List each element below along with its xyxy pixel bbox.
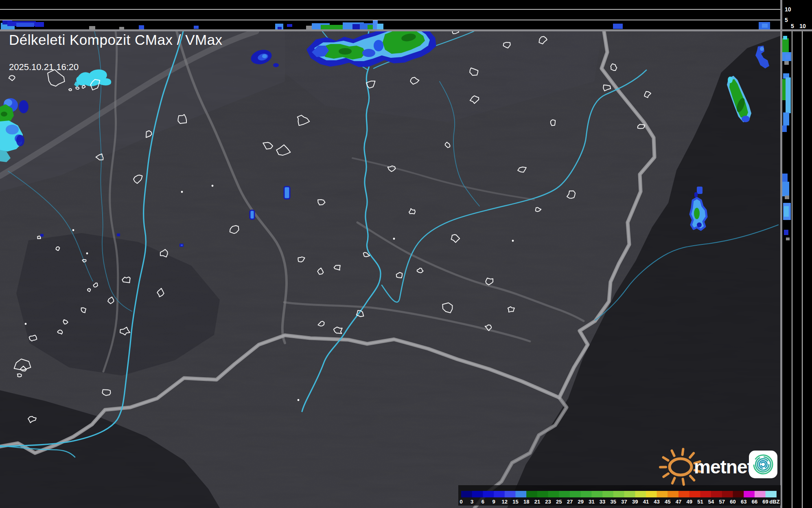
settlement-dot xyxy=(393,238,395,240)
legend-tick: 0 xyxy=(460,499,462,505)
legend-tick: 54 xyxy=(708,499,714,505)
legend-swatch xyxy=(526,491,537,497)
right-profile-echo xyxy=(782,79,786,100)
legend-tick: 63 xyxy=(741,499,746,505)
radar-echo xyxy=(742,116,750,122)
right-profile-echo xyxy=(782,182,789,196)
logo-text: metnet xyxy=(694,456,753,477)
legend-swatch xyxy=(537,491,548,497)
legend-tick: 23 xyxy=(545,499,551,505)
dbz-legend: 0369121518212325272931333537394143454749… xyxy=(458,485,781,506)
top-profile-echo xyxy=(762,24,768,28)
right-profile-echo xyxy=(782,174,788,183)
legend-tick: 21 xyxy=(534,499,540,505)
right-profile-axis-label: 5 xyxy=(791,23,794,29)
radar-echo xyxy=(181,244,183,246)
legend-tick: 15 xyxy=(512,499,518,505)
legend-tick: 47 xyxy=(676,499,681,505)
top-profile-echo xyxy=(16,23,34,27)
legend-swatch xyxy=(668,491,678,497)
legend-swatch xyxy=(689,491,700,497)
radar-echo xyxy=(339,48,352,55)
vertical-divider xyxy=(780,0,782,508)
right-profile-echo xyxy=(783,112,789,125)
legend-swatch xyxy=(613,491,624,497)
legend-tick: 12 xyxy=(502,499,508,505)
right-profile-echo xyxy=(783,36,787,40)
legend-swatch xyxy=(766,491,777,497)
radar-echo xyxy=(117,233,120,236)
top-profile-echo xyxy=(278,27,282,30)
right-profile-echo xyxy=(785,196,789,199)
legend-tick: 31 xyxy=(589,499,594,505)
legend-unit-label: dBZ xyxy=(769,499,779,505)
top-profile-strip xyxy=(0,0,780,30)
right-profile-echo xyxy=(784,206,789,217)
top-profile-echo xyxy=(613,24,623,29)
legend-tick: 69 xyxy=(762,499,768,505)
legend-swatch xyxy=(505,491,516,497)
legend-tick: 33 xyxy=(600,499,605,505)
legend-swatch xyxy=(700,491,711,497)
radar-echo xyxy=(728,77,733,83)
legend-swatch xyxy=(657,491,668,497)
legend-swatch xyxy=(516,491,527,497)
legend-swatch xyxy=(559,491,570,497)
legend-swatch xyxy=(744,491,755,497)
right-profile-echo xyxy=(786,55,790,59)
legend-tick: 9 xyxy=(492,499,495,505)
right-profile-echo xyxy=(786,238,790,240)
radar-echo xyxy=(1,112,7,117)
radar-echo xyxy=(284,187,290,199)
settlement-dot xyxy=(86,253,88,255)
legend-swatch xyxy=(483,491,494,497)
legend-tick: 39 xyxy=(632,499,638,505)
legend-tick: 51 xyxy=(697,499,703,505)
settlement-dot xyxy=(298,399,300,401)
radar-echo xyxy=(760,47,764,51)
legend-swatch xyxy=(461,491,472,497)
legend-tick: 60 xyxy=(730,499,735,505)
horizontal-divider xyxy=(0,29,812,31)
radar-echo xyxy=(273,63,279,67)
top-profile-axis-label: 5 xyxy=(785,17,788,23)
radar-echo xyxy=(362,49,375,57)
metnet-app-icon xyxy=(749,451,777,478)
settlement-dot xyxy=(212,185,214,187)
right-profile-axis-label: 10 xyxy=(799,23,806,29)
radar-echo xyxy=(6,125,19,134)
legend-swatch xyxy=(722,491,733,497)
top-profile-echo xyxy=(139,25,144,29)
legend-tick: 66 xyxy=(752,499,757,505)
right-profile-strip xyxy=(782,0,812,508)
map-area xyxy=(0,24,780,508)
legend-tick: 6 xyxy=(482,499,484,505)
legend-tick: 27 xyxy=(567,499,573,505)
legend-swatches xyxy=(461,491,777,497)
legend-swatch xyxy=(678,491,689,497)
legend-swatch xyxy=(624,491,635,497)
legend-tick: 29 xyxy=(578,499,583,505)
legend-swatch xyxy=(711,491,722,497)
radar-echo xyxy=(250,210,254,219)
timestamp: 2025.10.21 16:20 xyxy=(9,62,79,72)
legend-tick: 43 xyxy=(654,499,659,505)
radar-echo xyxy=(694,192,698,197)
legend-tick: 18 xyxy=(523,499,529,505)
legend-swatch xyxy=(646,491,657,497)
radar-echo xyxy=(19,100,28,113)
radar-echo xyxy=(697,222,702,227)
radar-echo xyxy=(697,187,703,194)
legend-swatch xyxy=(581,491,592,497)
top-profile-echo xyxy=(287,24,292,27)
legend-tick: 35 xyxy=(611,499,616,505)
settlement-dot xyxy=(512,240,514,242)
radar-echo xyxy=(374,40,383,51)
settlement-dot xyxy=(25,323,27,325)
legend-tick: 45 xyxy=(665,499,670,505)
legend-swatch xyxy=(602,491,613,497)
radar-echo xyxy=(262,54,267,58)
top-profile-echo xyxy=(119,27,124,29)
legend-tick: 57 xyxy=(719,499,725,505)
top-profile-axis-label: 10 xyxy=(785,6,791,13)
